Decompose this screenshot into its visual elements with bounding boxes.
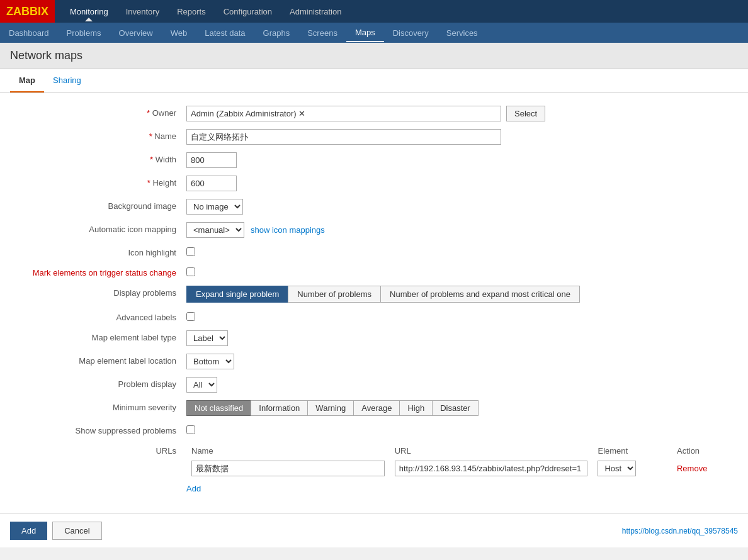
- display-problems-field: Expand single problem Number of problems…: [186, 286, 738, 303]
- menu-item-inventory[interactable]: Inventory: [117, 2, 168, 21]
- subnav-dashboard[interactable]: Dashboard: [0, 25, 58, 42]
- logo: ZABBIX: [0, 0, 55, 23]
- cancel-button[interactable]: Cancel: [52, 522, 101, 540]
- severity-disaster[interactable]: Disaster: [432, 400, 479, 416]
- show-suppressed-label: Show suppressed problems: [10, 423, 186, 435]
- minimum-severity-row: Minimum severity Not classified Informat…: [0, 400, 748, 416]
- url-value-input[interactable]: [395, 461, 588, 476]
- severity-information[interactable]: Information: [251, 400, 307, 416]
- url-name-input[interactable]: [191, 461, 385, 476]
- urls-col-name: Name: [186, 444, 390, 458]
- url-remove-link[interactable]: Remove: [677, 464, 707, 473]
- tab-sharing[interactable]: Sharing: [44, 69, 90, 92]
- urls-add-link[interactable]: Add: [186, 484, 201, 493]
- subnav-services[interactable]: Services: [438, 25, 487, 42]
- width-input[interactable]: [186, 152, 237, 168]
- background-image-label: Background image: [10, 199, 186, 211]
- urls-col-action: Action: [672, 444, 738, 458]
- severity-not-classified[interactable]: Not classified: [186, 400, 251, 416]
- mark-elements-label: Mark elements on trigger status change: [10, 266, 186, 277]
- mark-elements-row: Mark elements on trigger status change: [0, 266, 748, 278]
- top-nav: ZABBIX Monitoring Inventory Reports Conf…: [0, 0, 748, 23]
- footer-link[interactable]: https://blog.csdn.net/qq_39578545: [622, 527, 738, 535]
- subnav-latest-data[interactable]: Latest data: [196, 25, 254, 42]
- width-field: [186, 152, 738, 168]
- subnav-overview[interactable]: Overview: [110, 25, 162, 42]
- urls-label: URLs: [10, 444, 186, 456]
- select-button[interactable]: Select: [506, 106, 545, 121]
- label-location-row: Map element label location Bottom: [0, 354, 748, 369]
- menu-link-inventory[interactable]: Inventory: [117, 2, 168, 21]
- label-type-label: Map element label type: [10, 330, 186, 342]
- url-element-select[interactable]: Host: [598, 461, 636, 476]
- mark-elements-field: [186, 266, 738, 278]
- height-input[interactable]: [186, 176, 237, 191]
- severity-warning[interactable]: Warning: [307, 400, 353, 416]
- mark-elements-checkbox[interactable]: [186, 267, 195, 276]
- subnav-problems[interactable]: Problems: [58, 25, 110, 42]
- problem-display-field: All: [186, 377, 738, 393]
- display-problems-expand[interactable]: Expand single problem: [186, 286, 288, 303]
- display-problems-row: Display problems Expand single problem N…: [0, 286, 748, 303]
- subnav-graphs[interactable]: Graphs: [254, 25, 299, 42]
- label-location-field: Bottom: [186, 354, 738, 369]
- bottom-bar: Add Cancel https://blog.csdn.net/qq_3957…: [0, 513, 748, 547]
- advanced-labels-label: Advanced labels: [10, 310, 186, 322]
- menu-link-configuration[interactable]: Configuration: [215, 2, 281, 21]
- height-row: Height: [0, 176, 748, 191]
- urls-col-url: URL: [390, 444, 593, 458]
- logo-text: ZABBIX: [6, 5, 48, 18]
- menu-link-administration[interactable]: Administration: [281, 2, 350, 21]
- icon-highlight-checkbox[interactable]: [186, 247, 195, 256]
- menu-link-monitoring[interactable]: Monitoring: [61, 2, 117, 21]
- severity-average[interactable]: Average: [353, 400, 399, 416]
- height-field: [186, 176, 738, 191]
- display-problems-number[interactable]: Number of problems: [288, 286, 380, 303]
- menu-link-reports[interactable]: Reports: [168, 2, 215, 21]
- url-element-cell: Host: [592, 458, 672, 479]
- menu-item-configuration[interactable]: Configuration: [215, 2, 281, 21]
- minimum-severity-field: Not classified Information Warning Avera…: [186, 400, 738, 416]
- problem-display-label: Problem display: [10, 377, 186, 389]
- width-row: Width: [0, 152, 748, 168]
- advanced-labels-checkbox[interactable]: [186, 312, 195, 321]
- subnav-web[interactable]: Web: [162, 25, 196, 42]
- advanced-labels-row: Advanced labels: [0, 310, 748, 323]
- urls-field: Name URL Element Action: [186, 444, 738, 493]
- label-type-row: Map element label type Label: [0, 330, 748, 346]
- url-value-cell: [390, 458, 593, 479]
- label-location-select[interactable]: Bottom: [186, 354, 234, 369]
- owner-input[interactable]: [186, 106, 501, 121]
- display-problems-label: Display problems: [10, 286, 186, 298]
- label-type-select[interactable]: Label: [186, 330, 228, 346]
- url-action-cell: Remove: [672, 458, 738, 479]
- menu-item-administration[interactable]: Administration: [281, 2, 350, 21]
- add-button[interactable]: Add: [10, 522, 47, 540]
- label-type-field: Label: [186, 330, 738, 346]
- problem-display-select[interactable]: All: [186, 377, 217, 393]
- show-suppressed-checkbox[interactable]: [186, 425, 195, 434]
- subnav-screens[interactable]: Screens: [298, 25, 346, 42]
- sub-nav: Dashboard Problems Overview Web Latest d…: [0, 23, 748, 43]
- label-location-label: Map element label location: [10, 354, 186, 366]
- urls-row: URLs Name URL Element Action: [0, 444, 748, 493]
- display-problems-number-expand[interactable]: Number of problems and expand most criti…: [380, 286, 580, 303]
- subnav-discovery[interactable]: Discovery: [384, 25, 438, 42]
- background-image-select[interactable]: No image: [186, 199, 243, 215]
- severity-high[interactable]: High: [399, 400, 432, 416]
- name-row: Name: [0, 129, 748, 145]
- display-problems-group: Expand single problem Number of problems…: [186, 286, 738, 303]
- show-suppressed-row: Show suppressed problems: [0, 423, 748, 436]
- show-icon-mappings-link[interactable]: show icon mappings: [251, 225, 325, 235]
- icon-highlight-row: Icon highlight: [0, 245, 748, 258]
- problem-display-row: Problem display All: [0, 377, 748, 393]
- owner-field: Select: [186, 106, 738, 121]
- auto-icon-mapping-select[interactable]: <manual>: [186, 222, 244, 238]
- menu-item-monitoring[interactable]: Monitoring: [61, 2, 117, 21]
- auto-icon-mapping-row: Automatic icon mapping <manual> show ico…: [0, 222, 748, 238]
- icon-highlight-label: Icon highlight: [10, 245, 186, 257]
- tab-map[interactable]: Map: [10, 69, 44, 92]
- name-input[interactable]: [186, 129, 501, 145]
- menu-item-reports[interactable]: Reports: [168, 2, 215, 21]
- subnav-maps[interactable]: Maps: [346, 24, 384, 42]
